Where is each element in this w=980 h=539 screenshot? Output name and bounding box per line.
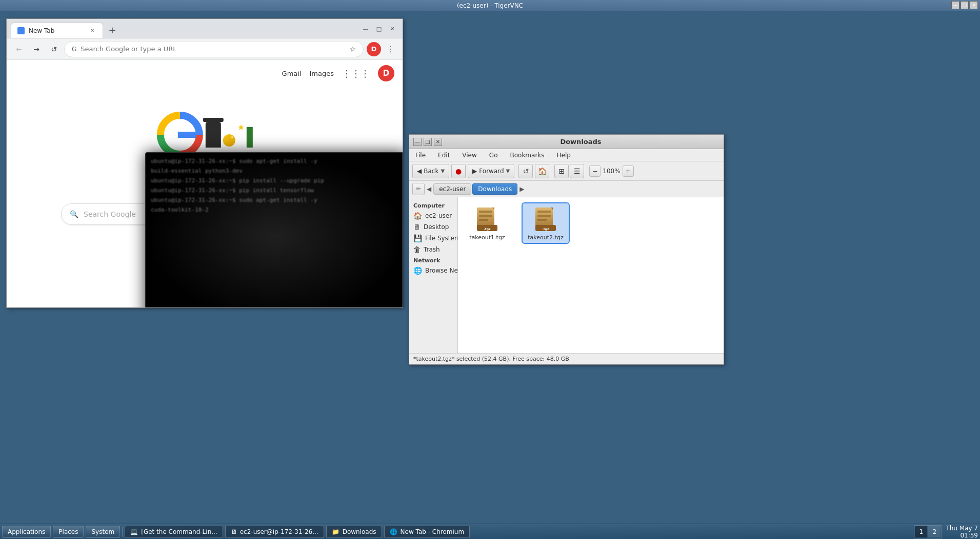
file-name-takeout1: takeout1.tgz [469, 234, 505, 241]
chrome-back-btn[interactable]: ← [12, 42, 26, 56]
nautilus-status-text: *takeout2.tgz* selected (52.4 GB), Free … [413, 356, 569, 362]
nautilus-list-view-btn[interactable]: ☰ [570, 164, 584, 178]
google-decoration: ★ [206, 122, 253, 148]
google-logo-area: ★ [156, 111, 253, 158]
nautilus-title: Downloads [442, 138, 719, 146]
chrome-reload-btn[interactable]: ↺ [47, 42, 61, 56]
chrome-menu-btn[interactable]: ⋮ [383, 42, 397, 56]
nautilus-body: Computer 🏠 ec2-user 🖥 Desktop 💾 File Sys… [409, 197, 724, 353]
taskbar-workspace-1-btn[interactable]: 1 [915, 526, 927, 537]
chrome-forward-btn[interactable]: → [29, 42, 44, 56]
chromium-taskbar-icon: 🌐 [390, 528, 397, 535]
chrome-content: Gmail Images ⋮⋮⋮ D [7, 60, 403, 307]
nautilus-breadcrumb-current[interactable]: Downloads [472, 183, 517, 195]
sidebar-item-desktop[interactable]: 🖥 Desktop [409, 221, 457, 233]
nautilus-menu-bookmarks[interactable]: Bookmarks [507, 151, 547, 160]
nautilus-menu-go[interactable]: Go [486, 151, 501, 160]
chrome-profile-btn[interactable]: D [367, 42, 381, 56]
chrome-toolbar-actions: D ⋮ [367, 42, 397, 56]
dropdown-arrow-icon-2: ▼ [506, 168, 510, 174]
taskbar-ec2user-label: ec2-user@ip-172-31-26... [240, 528, 318, 535]
chrome-minimize-btn[interactable]: — [359, 23, 372, 35]
taskbar-right: 1 2 Thu May 7 01:59 [914, 525, 978, 539]
nautilus-home-btn[interactable]: 🏠 [535, 164, 549, 178]
nautilus-file-area: .tgz takeout1.tgz [458, 197, 724, 353]
terminal-line: ubuntu@ip-172-31-26-xx:~$ sudo apt-get i… [151, 197, 401, 203]
chrome-profile-avatar[interactable]: D [378, 65, 394, 81]
nautilus-breadcrumb-right-arrow[interactable]: ▶ [519, 185, 524, 193]
nautilus-menu-help[interactable]: Help [554, 151, 574, 160]
tigervnc-title: (ec2-user) - TigerVNC [457, 2, 523, 9]
chrome-window-controls[interactable]: — □ ✕ [359, 23, 398, 35]
sidebar-item-browse-network[interactable]: 🌐 Browse Netw... [409, 265, 457, 276]
file-item-takeout2[interactable]: .tgz takeout2.tgz [523, 203, 569, 243]
taskbar-chromium-window[interactable]: 🌐 New Tab - Chromium [384, 526, 470, 538]
nautilus-forward-group: ▶ Forward ▼ [468, 164, 514, 178]
nautilus-stop-btn[interactable]: ● [451, 164, 466, 178]
sidebar-item-filesystem[interactable]: 💾 File System [409, 233, 457, 244]
taskbar-workspace-2-btn[interactable]: 2 [928, 526, 941, 537]
terminal-window[interactable]: ubuntu@ip-172-31-26-xx:~$ sudo apt-get i… [145, 152, 403, 307]
chrome-address-bar[interactable]: G Search Google or type a URL ☆ [64, 41, 364, 57]
star-icon[interactable]: ☆ [349, 45, 356, 53]
nautilus-breadcrumb-root[interactable]: ec2-user [433, 183, 471, 195]
taskbar-applications-btn[interactable]: Applications [2, 526, 51, 538]
nautilus-close-btn[interactable]: ✕ [434, 138, 442, 146]
sidebar-item-ec2user[interactable]: 🏠 ec2-user [409, 210, 457, 221]
taskbar-applications-label: Applications [8, 528, 45, 535]
taskbar-places-btn[interactable]: Places [53, 526, 84, 538]
nautilus-menu-view[interactable]: View [459, 151, 479, 160]
chrome-close-btn[interactable]: ✕ [386, 23, 398, 35]
nautilus-reload-btn[interactable]: ↺ [518, 164, 533, 178]
dropdown-arrow-icon: ▼ [441, 168, 445, 174]
chrome-gmail-link[interactable]: Gmail [282, 70, 302, 77]
left-arrow-icon: ◀ [417, 168, 422, 175]
chrome-new-tab-btn[interactable]: + [105, 23, 119, 37]
sidebar-item-trash[interactable]: 🗑 Trash [409, 244, 457, 255]
tigervnc-minimize-btn[interactable]: — [951, 1, 959, 9]
nautilus-window-controls[interactable]: — □ ✕ [413, 138, 442, 146]
nautilus-minimize-btn[interactable]: — [413, 138, 422, 146]
tigervnc-maximize-btn[interactable]: □ [961, 1, 969, 9]
filesystem-icon: 💾 [413, 234, 422, 242]
nautilus-toolbar: ◀ Back ▼ ● ▶ Forward ▼ ↺ 🏠 ⊞ ☰ − [409, 161, 724, 181]
nautilus-restore-btn[interactable]: □ [424, 138, 432, 146]
taskbar-downloads-window[interactable]: 📁 Downloads [326, 526, 382, 538]
nautilus-menu-file[interactable]: File [412, 151, 429, 160]
svg-rect-5 [479, 219, 488, 221]
chrome-tab[interactable]: New Tab ✕ [11, 23, 103, 38]
taskbar-terminal-window[interactable]: 💻 [Get the Command-Lin... [125, 526, 223, 538]
nautilus-zoom-out-btn[interactable]: − [589, 165, 601, 177]
terminal-line: ubuntu@ip-172-31-26-xx:~$ pip install --… [151, 177, 401, 184]
chrome-apps-btn[interactable]: ⋮⋮⋮ [342, 68, 370, 79]
svg-text:.tgz: .tgz [484, 227, 491, 231]
taskbar-workspace-switcher[interactable]: 1 2 [914, 525, 942, 538]
chrome-images-link[interactable]: Images [310, 70, 334, 77]
tigervnc-window-controls[interactable]: — □ ✕ [951, 1, 978, 9]
nautilus-icon-view-btn[interactable]: ⊞ [554, 164, 569, 178]
nautilus-statusbar: *takeout2.tgz* selected (52.4 GB), Free … [409, 353, 724, 364]
taskbar-system-btn[interactable]: System [86, 526, 120, 538]
taskbar-ec2user-window[interactable]: 🖥 ec2-user@ip-172-31-26... [225, 526, 324, 538]
nautilus-edit-location-btn[interactable]: ✏ [412, 183, 425, 195]
nautilus-titlebar: — □ ✕ Downloads [409, 135, 724, 149]
nautilus-breadcrumb-left-arrow[interactable]: ◀ [427, 185, 431, 193]
nautilus-forward-btn[interactable]: ▶ Forward ▼ [468, 164, 514, 178]
nautilus-nav-group: ◀ Back ▼ [412, 164, 449, 178]
desktop: New Tab ✕ + — □ ✕ ← → ↺ G Search Google … [0, 11, 980, 524]
file-item-takeout1[interactable]: .tgz takeout1.tgz [464, 203, 510, 243]
nautilus-back-btn[interactable]: ◀ Back ▼ [412, 164, 449, 178]
tigervnc-close-btn[interactable]: ✕ [970, 1, 978, 9]
chrome-favicon-icon [17, 27, 25, 34]
chrome-top-links: Gmail Images ⋮⋮⋮ D [282, 65, 394, 81]
nautilus-zoom-level: 100% [603, 168, 620, 175]
network-icon: 🌐 [413, 266, 422, 275]
svg-text:.tgz: .tgz [543, 227, 549, 231]
nautilus-network-section: Network [409, 255, 457, 265]
nautilus-zoom-in-btn[interactable]: + [623, 165, 634, 177]
chrome-tab-close-btn[interactable]: ✕ [88, 27, 96, 35]
forward-arrow-icon: ▶ [472, 168, 477, 175]
nautilus-menu-edit[interactable]: Edit [435, 151, 453, 160]
terminal-line: build-essential python3-dev [151, 168, 401, 174]
chrome-maximize-btn[interactable]: □ [373, 23, 385, 35]
